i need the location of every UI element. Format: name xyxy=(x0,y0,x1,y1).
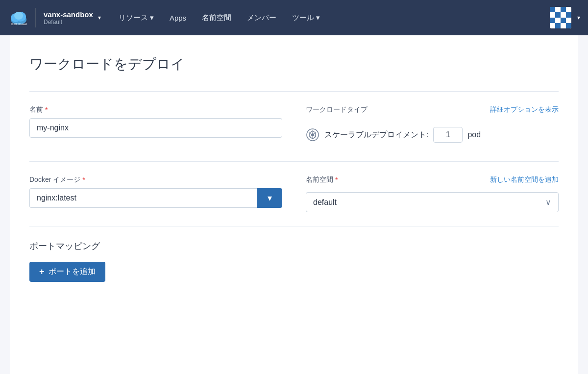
docker-input-row: ▾ xyxy=(29,188,282,208)
namespace-select[interactable]: default ∨ xyxy=(306,192,559,212)
user-menu-chevron[interactable]: ▾ xyxy=(577,14,580,21)
name-input[interactable] xyxy=(29,118,282,138)
plus-icon: + xyxy=(39,267,45,277)
docker-image-group: Docker イメージ * ▾ xyxy=(29,175,282,208)
namespace-chevron-icon: ∨ xyxy=(545,198,551,207)
svg-rect-6 xyxy=(550,7,555,12)
user-avatar[interactable] xyxy=(550,7,571,28)
nav-item-apps[interactable]: Apps xyxy=(162,0,194,35)
workspace-selector[interactable]: vanx-sandbox Default ▾ xyxy=(38,10,107,25)
page-title: ワークロードをデプロイ xyxy=(29,55,559,74)
namespace-required-star: * xyxy=(335,176,338,184)
port-mapping-title: ポートマッピング xyxy=(29,240,559,252)
scalable-deployment-icon xyxy=(306,128,319,142)
svg-rect-9 xyxy=(566,12,571,18)
docker-image-input[interactable] xyxy=(29,188,257,208)
namespace-group: 名前空間 * 新しい名前空間を追加 default ∨ xyxy=(306,175,559,212)
workload-type-label: ワークロードタイプ xyxy=(306,105,368,114)
name-label-text: 名前 xyxy=(29,105,43,114)
add-port-button[interactable]: + ポートを追加 xyxy=(29,262,105,282)
workspace-name: vanx-sandbox xyxy=(44,10,93,19)
namespace-header: 名前空間 * 新しい名前空間を追加 xyxy=(306,175,559,184)
navbar-nav: リソース ▾ Apps 名前空間 メンバー ツール ▾ xyxy=(111,0,328,35)
svg-rect-10 xyxy=(550,18,555,23)
name-workload-section: 名前 * ワークロードタイプ 詳細オプションを表示 xyxy=(29,91,559,161)
workload-type-header: ワークロードタイプ 詳細オプションを表示 xyxy=(306,105,559,114)
main-content: ワークロードをデプロイ 名前 * ワークロードタイプ 詳細オプションを表示 xyxy=(10,35,578,374)
nav-label-apps: Apps xyxy=(170,14,186,22)
docker-dropdown-button[interactable]: ▾ xyxy=(257,188,282,208)
workload-type-group: ワークロードタイプ 詳細オプションを表示 xyxy=(306,105,559,148)
scalable-deployment-text: スケーラブルデプロイメント: xyxy=(324,130,428,140)
new-namespace-link[interactable]: 新しい名前空間を追加 xyxy=(490,175,559,184)
docker-required-star: * xyxy=(82,176,85,184)
port-mapping-section: ポートマッピング + ポートを追加 xyxy=(29,226,559,296)
workspace-sub: Default xyxy=(44,19,93,25)
svg-rect-13 xyxy=(566,23,571,28)
namespace-label-text: 名前空間 xyxy=(306,175,333,184)
svg-text:IDCF Cloud: IDCF Cloud xyxy=(11,23,27,25)
svg-point-16 xyxy=(311,133,314,136)
nav-item-namespaces[interactable]: 名前空間 xyxy=(194,0,239,35)
svg-rect-11 xyxy=(561,18,566,23)
pod-count-input[interactable] xyxy=(433,127,463,143)
svg-rect-7 xyxy=(561,7,566,12)
namespace-label: 名前空間 * xyxy=(306,175,338,184)
nav-label-members: メンバー xyxy=(247,13,276,23)
nav-label-resources: リソース xyxy=(119,13,148,23)
workload-type-row: スケーラブルデプロイメント: pod xyxy=(306,122,559,148)
advanced-options-link[interactable]: 詳細オプションを表示 xyxy=(490,105,559,114)
nav-chevron-resources: ▾ xyxy=(150,13,154,22)
svg-rect-8 xyxy=(555,12,561,18)
workspace-chevron: ▾ xyxy=(98,14,101,21)
name-group: 名前 * xyxy=(29,105,282,138)
nav-label-tools: ツール xyxy=(292,13,314,23)
navbar: IDCF Cloud vanx-sandbox Default ▾ リソース ▾… xyxy=(0,0,588,35)
name-workload-row: 名前 * ワークロードタイプ 詳細オプションを表示 xyxy=(29,105,559,148)
docker-label-text: Docker イメージ xyxy=(29,175,80,184)
nav-item-resources[interactable]: リソース ▾ xyxy=(111,0,162,35)
name-label: 名前 * xyxy=(29,105,282,114)
navbar-right: ▾ xyxy=(550,7,580,28)
svg-rect-12 xyxy=(555,23,561,28)
name-required-star: * xyxy=(45,106,48,114)
nav-label-namespaces: 名前空間 xyxy=(202,13,231,23)
namespace-value: default xyxy=(313,198,337,207)
nav-item-tools[interactable]: ツール ▾ xyxy=(284,0,328,35)
nav-item-members[interactable]: メンバー xyxy=(239,0,284,35)
pod-label: pod xyxy=(467,130,481,139)
docker-label: Docker イメージ * xyxy=(29,175,282,184)
svg-point-3 xyxy=(14,12,23,20)
docker-namespace-row: Docker イメージ * ▾ 名前空間 * 新しい名前空間を xyxy=(29,175,559,212)
add-port-label: ポートを追加 xyxy=(49,267,96,277)
docker-namespace-section: Docker イメージ * ▾ 名前空間 * 新しい名前空間を xyxy=(29,161,559,226)
nav-divider xyxy=(35,8,36,27)
workspace-info: vanx-sandbox Default xyxy=(44,10,93,25)
nav-chevron-tools: ▾ xyxy=(316,13,320,22)
docker-chevron-icon: ▾ xyxy=(268,193,272,203)
brand-logo[interactable]: IDCF Cloud xyxy=(8,7,33,28)
